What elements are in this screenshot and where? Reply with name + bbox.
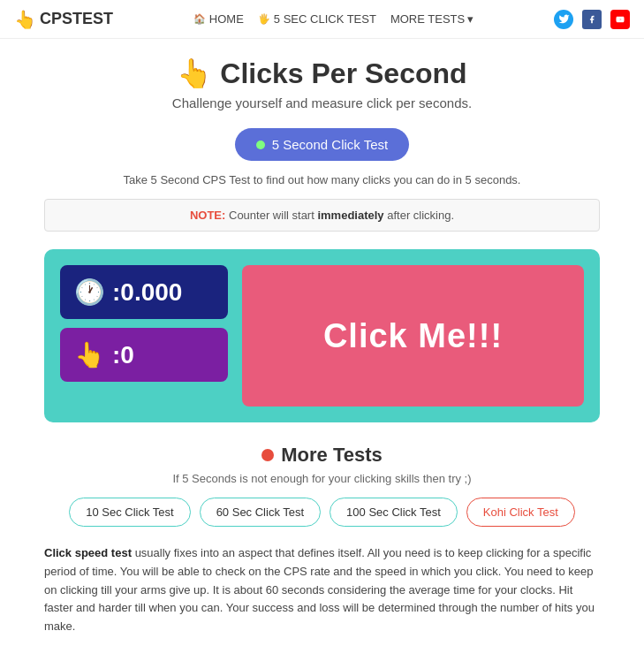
header: 👆 CPSTEST 🏠 HOME 🖐 5 SEC CLICK TEST MORE… xyxy=(0,0,644,39)
click-hand-icon: 👆 xyxy=(74,340,105,369)
timer-value: :0.000 xyxy=(112,278,182,307)
timer-icon: 🕐 xyxy=(74,277,105,307)
social-icons xyxy=(554,10,630,29)
more-tests-section: More Tests If 5 Seconds is not enough fo… xyxy=(44,444,600,527)
hero-title: 👆 Clicks Per Second xyxy=(44,57,600,90)
nav-click-test-label: 5 SEC CLICK TEST xyxy=(274,12,376,26)
dot-icon xyxy=(256,141,265,149)
logo[interactable]: 👆 CPSTEST xyxy=(14,9,113,30)
cta-container: 5 Second Click Test xyxy=(44,128,600,161)
test-btn-10sec[interactable]: 10 Sec Click Test xyxy=(69,498,190,527)
facebook-icon[interactable] xyxy=(582,10,602,29)
twitter-icon[interactable] xyxy=(554,10,573,29)
test-btn-60sec[interactable]: 60 Sec Click Test xyxy=(200,498,321,527)
content-paragraph-1: Click speed test usually fixes into an a… xyxy=(44,544,600,636)
test-btn-kohi[interactable]: Kohi Click Test xyxy=(466,498,575,527)
main-content: 👆 Clicks Per Second Challenge yourself a… xyxy=(0,39,644,646)
click-count-value: :0 xyxy=(112,341,134,369)
youtube-icon[interactable] xyxy=(610,10,630,29)
nav-more-tests[interactable]: MORE TESTS ▾ xyxy=(390,12,474,26)
logo-icon: 👆 xyxy=(14,9,36,30)
left-panels: 🕐 :0.000 👆 :0 xyxy=(60,265,228,407)
click-count-panel: 👆 :0 xyxy=(60,328,228,382)
cta-button[interactable]: 5 Second Click Test xyxy=(235,128,409,161)
nav-home-label: HOME xyxy=(209,12,244,26)
red-dot-icon xyxy=(261,449,274,461)
more-tests-subtitle: If 5 Seconds is not enough for your clic… xyxy=(44,472,600,485)
click-me-button[interactable]: Click Me!!! xyxy=(242,265,584,407)
test-buttons: 10 Sec Click Test 60 Sec Click Test 100 … xyxy=(44,498,600,527)
test-btn-100sec[interactable]: 100 Sec Click Test xyxy=(330,498,458,527)
logo-text: CPSTEST xyxy=(40,10,113,28)
home-icon: 🏠 xyxy=(193,13,206,25)
nav: 🏠 HOME 🖐 5 SEC CLICK TEST MORE TESTS ▾ xyxy=(193,12,474,26)
note-box: NOTE: Counter will start immediately aft… xyxy=(44,199,600,232)
note-immediately: immediately xyxy=(317,209,383,222)
hero-title-text: Clicks Per Second xyxy=(220,57,466,89)
click-test-area: 🕐 :0.000 👆 :0 Click Me!!! xyxy=(44,249,600,422)
more-tests-title: More Tests xyxy=(44,444,600,467)
click-test-icon: 🖐 xyxy=(258,13,270,25)
note-text-after: after clicking. xyxy=(387,209,454,222)
note-label: NOTE: xyxy=(190,209,225,222)
chevron-down-icon: ▾ xyxy=(467,12,474,26)
nav-click-test[interactable]: 🖐 5 SEC CLICK TEST xyxy=(258,12,376,26)
timer-panel: 🕐 :0.000 xyxy=(60,265,228,319)
content-highlight: Click speed test xyxy=(44,546,132,559)
hero-section: 👆 Clicks Per Second Challenge yourself a… xyxy=(44,57,600,110)
cta-button-label: 5 Second Click Test xyxy=(272,137,388,152)
description-text: Take 5 Second CPS Test to find out how m… xyxy=(44,173,600,186)
nav-more-tests-label: MORE TESTS xyxy=(390,12,465,26)
more-tests-title-text: More Tests xyxy=(281,444,383,467)
hero-hand-icon: 👆 xyxy=(177,57,212,89)
nav-home[interactable]: 🏠 HOME xyxy=(193,12,244,26)
hero-subtitle: Challenge yourself and measure click per… xyxy=(44,95,600,110)
note-text-before: Counter will start xyxy=(229,209,317,222)
